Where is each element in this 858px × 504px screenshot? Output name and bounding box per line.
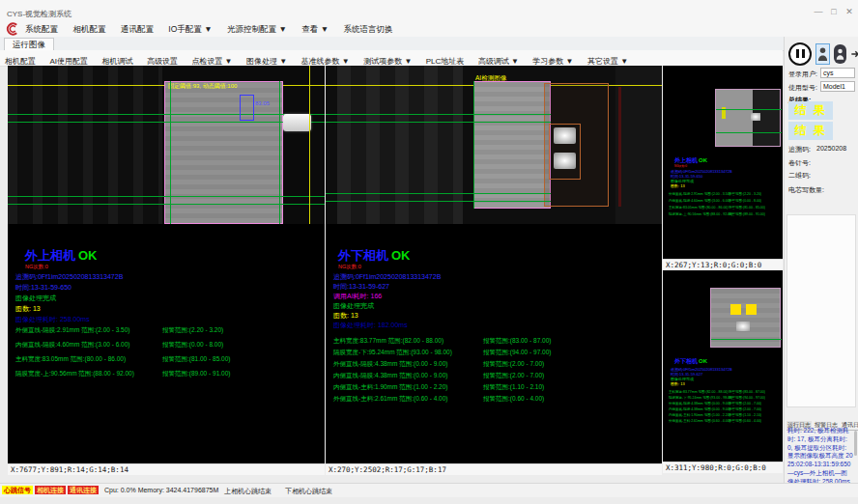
overlay-green-hline-2 — [8, 122, 325, 123]
mini-result-ok: OK — [699, 157, 707, 163]
overlay-green-hline-4 — [326, 201, 551, 202]
exit-door-icon — [850, 45, 858, 63]
mini-camera-name: 外下相机 — [674, 358, 698, 364]
log-scrollbar[interactable] — [854, 431, 857, 456]
exit-button[interactable] — [849, 43, 858, 65]
log-text: 耗时: 222, 极耳检测耗时: 17, 极耳分离耗时: 0, 极耳提取分区耗时… — [787, 427, 853, 486]
row-value: 外侧直线-隔膜:4.38mm 范围:(0.00 - 9.00) — [333, 360, 447, 369]
mini-row: 主料宽度:83.05mm 范围:(80.00 - 86.00)报警范围:(81.… — [669, 206, 728, 210]
mini-row: 内侧直线-隔膜:4.60mm 范围:(3.00 - 6.00)报警范围:(0.0… — [669, 199, 730, 203]
material-region-lower — [473, 81, 551, 209]
menu-item-language-switch[interactable]: 系统语言切换 — [344, 21, 393, 37]
mini-view-upper[interactable] — [715, 89, 781, 147]
camera-title-lower: 外下相机OK — [338, 247, 411, 265]
mini-row: 主料宽度:83.77mm 范围:(82.00 - 88.00)报警范围:(83.… — [669, 390, 728, 394]
row-value: 外侧直线-隔膜:2.91mm 范围:(2.00 - 3.50) — [15, 326, 129, 335]
overlay-green-vline-1 — [170, 81, 171, 224]
elapsed-upper: 图像处理耗时: 258.00ms — [15, 315, 90, 324]
lower-camera-heartbeat-text: 下相机心跳结束 — [285, 487, 332, 496]
mini-ng: NG次数:0 — [674, 164, 687, 168]
model-value-field[interactable]: Model1 — [820, 81, 855, 92]
toolbar: 相机配置 AI使用配置 相机调试 高级设置 点检设置 ▼ 图像处理 ▼ 基准线参… — [0, 50, 783, 67]
user-icon — [817, 46, 828, 62]
menu-item-view[interactable]: 查看 ▼ — [301, 21, 329, 37]
status-bar: 心跳信号 相机连接 通讯连接 Cpu: 0.0% Memory: 3424.41… — [0, 483, 858, 497]
row-value: 外侧直线-主料:2.61mm 范围:(0.60 - 4.00) — [333, 395, 447, 404]
pause-button[interactable] — [788, 42, 812, 66]
machine-background — [8, 66, 162, 224]
login-user-button[interactable] — [815, 43, 830, 65]
camera-panel-lower: AI检测图像 外下相机OK NG次数:0 追溯码:0Ff1im202502081… — [326, 66, 662, 463]
overlay-darkred-vline — [618, 87, 621, 207]
row-value: 内侧直线-隔膜:4.38mm 范围:(0.00 - 9.00) — [333, 372, 447, 380]
mini-result-ok: OK — [699, 358, 707, 364]
threshold-overlay-label: 固定阈值:93, 动态阈值:100 — [168, 82, 237, 91]
camera-view-upper[interactable]: 固定阈值:93, 动态阈值:100 83.05 — [8, 66, 325, 224]
mini-view-lower[interactable] — [710, 288, 781, 348]
measure-marker — [240, 95, 254, 121]
menu-item-camera-config[interactable]: 相机配置 — [72, 21, 105, 37]
row-value: 隔膜宽度-下:95.24mm 范围:(93.00 - 98.00) — [333, 349, 452, 357]
mini-camera-name: 外上相机 — [674, 157, 698, 163]
needle-label: 卷针号: — [788, 158, 811, 168]
tab-run-image[interactable]: 运行图像 — [4, 38, 54, 51]
camera-view-lower[interactable]: AI检测图像 — [326, 66, 662, 224]
camera-panel-upper: 固定阈值:93, 动态阈值:100 83.05 外上相机OK NG次数:0 追溯… — [8, 66, 325, 463]
tab-highlight-2 — [554, 153, 576, 169]
operator-button[interactable] — [834, 44, 846, 64]
mini-row: 外侧直线-隔膜:2.91mm 范围:(2.00 - 3.50)报警范围:(2.2… — [669, 192, 730, 196]
pixel-coords-upper: X:7677;Y:891;R:14;G:14;B:14 — [8, 463, 325, 475]
camera-name-lower: 外下相机 — [338, 248, 388, 263]
mini-row: 隔膜宽度-下:95.24mm 范围:(93.00 - 98.00)报警范围:(9… — [669, 396, 732, 400]
row-value: 内侧直线-主料:1.90mm 范围:(1.00 - 2.20) — [333, 383, 447, 392]
overlay-green-vline-2 — [279, 81, 280, 224]
camera-name-upper: 外上相机 — [25, 248, 75, 263]
maximize-button[interactable]: □ — [827, 7, 841, 16]
user-dark-icon — [836, 47, 844, 61]
menu-item-io-config[interactable]: IO手配置 ▼ — [168, 21, 212, 37]
menu-item-system-config[interactable]: 系统配置 — [25, 21, 58, 37]
frame-count-upper: 图数: 13 — [15, 304, 41, 314]
trace-label: 追溯码: — [788, 145, 811, 154]
mini-panel-lower: 外下相机OK 追溯码:0Ff1im2025020813313472B 时间:13… — [663, 270, 783, 462]
row-alarm: 报警范围:(83.00 - 87.00) — [483, 337, 551, 346]
overlay-green-hline-4 — [8, 204, 325, 205]
comm-link-badge: 通讯连接 — [68, 486, 99, 494]
cpu-memory-text: Cpu: 0.0% Memory: 3424.41796875M — [104, 487, 218, 493]
time-upper: 时间:13-31-59-650 — [15, 283, 72, 293]
ng-count-lower: NG次数:0 — [338, 264, 361, 270]
row-alarm: 报警范围:(0.00 - 8.00) — [162, 341, 223, 350]
menu-item-light-config[interactable]: 光源控制配置 ▼ — [227, 21, 287, 37]
row-alarm: 报警范围:(2.00 - 7.00) — [483, 360, 544, 369]
mini-count: 图数: 13 — [671, 183, 685, 188]
result-box-upper: 结 果 — [788, 101, 833, 120]
result-box-lower: 结 果 — [788, 122, 833, 140]
row-value: 主料宽度:83.05mm 范围:(80.00 - 86.00) — [15, 355, 126, 364]
pixel-coords-mini-lower: X:311;Y:980;R:0;G:0;B:0 — [663, 462, 783, 473]
close-button[interactable]: ✕ — [843, 7, 856, 16]
mini-title-lower: 外下相机OK — [674, 357, 707, 366]
row-alarm: 报警范围:(0.60 - 4.00) — [483, 395, 544, 404]
upper-camera-heartbeat-text: 上相机心跳结束 — [224, 487, 272, 496]
row-value: 内侧直线-隔膜:4.60mm 范围:(3.00 - 6.00) — [15, 341, 129, 350]
user-label: 登录用户: — [788, 70, 817, 79]
trace-value: 20250208 — [816, 145, 846, 152]
process-done-lower: 图像处理完成 — [333, 301, 374, 311]
tab-row: 运行图像 — [0, 37, 858, 51]
overlay-green-hline-2 — [326, 122, 551, 123]
frame-count-lower: 图数: 13 — [333, 311, 358, 321]
menu-item-comm-config[interactable]: 通讯配置 — [121, 21, 154, 37]
minimize-button[interactable]: — — [812, 7, 825, 16]
mini-panel-upper: 外上相机OK NG次数:0 追溯码:0Ff1im2025020813313472… — [663, 66, 783, 259]
mini-row: 内侧直线-隔膜:4.38mm 范围:(0.00 - 9.00)报警范围:(2.0… — [669, 407, 730, 411]
user-value-field[interactable]: cys — [820, 68, 855, 78]
time-lower: 时间:13-31-59-627 — [333, 282, 389, 292]
trace-code-lower: 追溯码:0Ff1im2025020813313472B — [333, 272, 441, 282]
mini-row: 内侧直线-主料:1.90mm 范围:(1.00 - 2.20)报警范围:(1.1… — [669, 413, 730, 417]
pixel-coords-mini-upper: X:267;Y:13;R:0;G:0;B:0 — [663, 259, 783, 270]
row-alarm: 报警范围:(2.00 - 7.00) — [483, 372, 544, 380]
process-done-upper: 图像处理完成 — [15, 294, 56, 303]
row-alarm: 报警范围:(94.00 - 97.00) — [483, 349, 551, 357]
ai-elapsed-lower: 调用AI耗时: 166 — [333, 292, 382, 301]
model-label: 使用型号: — [788, 83, 817, 93]
